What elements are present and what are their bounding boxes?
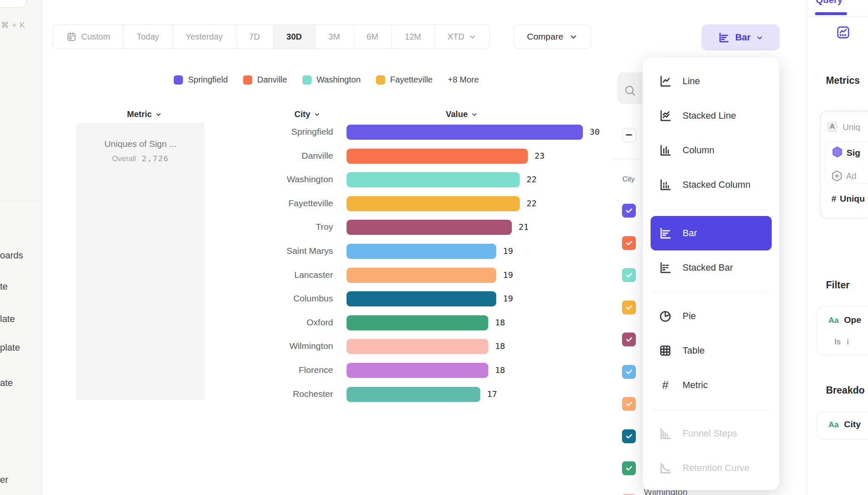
city-checkbox-wilmington[interactable] (622, 494, 636, 495)
check-icon (625, 399, 633, 408)
legend-label: Washington (317, 75, 361, 85)
bar-value-label: 19 (503, 293, 513, 303)
breakdown-property: City (844, 419, 861, 429)
sidebar-item-partial[interactable]: late (0, 314, 15, 325)
city-filter-divider (612, 159, 643, 159)
column-header-value[interactable]: Value (446, 109, 478, 119)
metric-overall-label: Overall (112, 154, 136, 163)
city-checkbox-saint-marys[interactable] (622, 365, 636, 379)
legend-item[interactable]: Fayetteville (376, 75, 433, 85)
sidebar-item-partial[interactable]: er (0, 474, 8, 485)
column-header-metric[interactable]: Metric (127, 109, 162, 119)
chevron-down-icon (756, 34, 764, 42)
date-range-today[interactable]: Today (124, 25, 172, 48)
search-icon (623, 84, 637, 97)
menu-item-metric[interactable]: #Metric (643, 368, 779, 402)
line-chart-icon (658, 74, 672, 88)
bar-florence[interactable] (347, 363, 488, 378)
date-range-xtd[interactable]: XTD (434, 25, 490, 48)
bar-danville[interactable] (347, 149, 528, 164)
legend-label: Fayetteville (390, 75, 433, 85)
date-range-3m[interactable]: 3M (315, 25, 354, 48)
bar-columbus[interactable] (347, 291, 496, 306)
add-filter-icon[interactable] (831, 170, 843, 182)
menu-item-column[interactable]: Column (643, 133, 779, 168)
menu-item-line[interactable]: Line (643, 64, 779, 98)
legend-item[interactable]: Washington (302, 75, 361, 85)
date-range-12m[interactable]: 12M (392, 25, 434, 48)
menu-item-label: Stacked Column (683, 179, 750, 190)
chevron-down-icon (314, 111, 320, 118)
stacked-line-chart-icon (658, 109, 672, 123)
check-icon (625, 335, 633, 343)
sidebar-item-partial[interactable]: oards (0, 250, 23, 261)
menu-item-stacked-line[interactable]: Stacked Line (643, 98, 779, 133)
event-hexagon-icon (831, 146, 844, 158)
sidebar-item-partial[interactable]: plate (0, 342, 20, 353)
date-range-6m[interactable]: 6M (354, 25, 392, 48)
insights-chart-icon[interactable] (836, 25, 850, 40)
legend-swatch (174, 75, 183, 85)
bar-category-label: Fayetteville (210, 198, 333, 208)
menu-item-pie[interactable]: Pie (643, 299, 779, 333)
bar-category-label: Oxford (210, 317, 333, 327)
bar-fayetteville[interactable] (347, 196, 520, 211)
legend-swatch (243, 75, 252, 85)
sidebar-search-box-partial[interactable] (0, 0, 26, 8)
select-all-checkbox-indeterminate[interactable] (622, 128, 636, 142)
sidebar-item-partial[interactable]: ate (0, 378, 13, 389)
menu-item-label: Stacked Line (683, 110, 736, 121)
city-checkbox-oxford[interactable] (622, 461, 636, 475)
filter-card[interactable] (817, 306, 868, 355)
measurement-partial: Uniqu (840, 194, 865, 204)
date-range-30d[interactable]: 30D (273, 25, 315, 48)
legend-item[interactable]: Springfield (174, 75, 228, 85)
legend-more[interactable]: +8 More (448, 75, 479, 85)
city-checkbox-lancaster[interactable] (622, 397, 636, 411)
table-icon (658, 343, 672, 358)
bar-oxford[interactable] (347, 315, 488, 330)
tab-query[interactable]: Query (816, 0, 843, 5)
menu-item-bar[interactable]: Bar (651, 216, 772, 250)
bar-rochester[interactable] (347, 387, 480, 402)
city-checkbox-columbus[interactable] (622, 429, 636, 443)
bar-lancaster[interactable] (347, 268, 496, 283)
city-checkbox-fayetteville[interactable] (622, 301, 636, 314)
bar-washington[interactable] (347, 172, 520, 187)
bar-wilmington[interactable] (347, 339, 488, 354)
check-icon (625, 464, 633, 472)
bar-value-label: 19 (503, 246, 513, 256)
bar-troy[interactable] (347, 220, 512, 235)
date-range-label: 3M (328, 32, 340, 42)
bar-category-label: Washington (210, 174, 333, 184)
bar-value-label: 22 (527, 174, 537, 184)
check-icon (625, 271, 633, 279)
menu-item-stacked-bar[interactable]: Stacked Bar (643, 250, 779, 285)
bar-value-label: 18 (495, 341, 505, 351)
column-header-city[interactable]: City (294, 109, 320, 119)
menu-item-table[interactable]: Table (643, 333, 779, 368)
chevron-down-icon (468, 33, 476, 41)
date-range-7d[interactable]: 7D (236, 25, 274, 48)
city-checkbox-troy[interactable] (622, 333, 636, 346)
city-checkbox-danville[interactable] (622, 236, 636, 250)
date-range-custom[interactable]: Custom (53, 25, 124, 48)
chart-type-button[interactable]: Bar (701, 24, 780, 51)
city-checkbox-springfield[interactable] (622, 204, 636, 218)
bar-springfield[interactable] (347, 125, 583, 140)
retention-icon (658, 461, 672, 475)
bar-value-label: 18 (495, 317, 505, 327)
date-range-yesterday[interactable]: Yesterday (172, 25, 236, 48)
date-range-label: 7D (249, 32, 260, 42)
menu-item-stacked-column[interactable]: Stacked Column (643, 168, 779, 202)
column-header-metric-label: Metric (127, 109, 152, 119)
city-checkbox-washington[interactable] (622, 268, 636, 282)
sidebar-item-partial[interactable]: te (0, 281, 8, 292)
compare-button[interactable]: Compare (514, 24, 591, 49)
metric-name-partial: Uniq (843, 122, 860, 132)
bar-category-label: Springfield (210, 127, 333, 137)
metric-card[interactable]: Uniques of Sign ... Overall 2,726 (76, 123, 205, 400)
legend-item[interactable]: Danville (243, 75, 287, 85)
bar-saint-marys[interactable] (347, 244, 496, 259)
pie-chart-icon (658, 309, 672, 323)
